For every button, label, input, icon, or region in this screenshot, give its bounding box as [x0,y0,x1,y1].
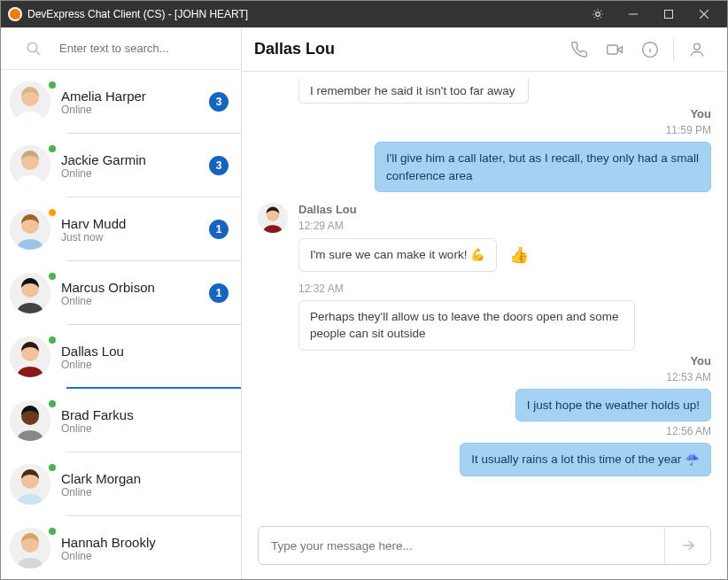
message-bubble: Perhaps they'll allow us to leave the do… [298,300,635,351]
chat-header: Dallas Lou [242,27,727,72]
contact-item[interactable]: Hannah BrooklyOnline [1,516,241,579]
message-bubble: It usually rains a lot this time of the … [460,443,711,476]
window-title: DevExpress Chat Client (CS) - [JOHN HEAR… [27,8,580,20]
chat-pane: Dallas Lou I remember he said it isn't t… [242,27,727,579]
status-dot [49,81,56,89]
call-button[interactable] [561,32,597,67]
message-bubble: I'll give him a call later, but as I rec… [375,142,711,192]
video-button[interactable] [597,32,632,67]
theme-icon[interactable] [580,1,616,27]
status-dot [49,209,56,216]
contact-status: Just now [61,231,209,244]
contact-item[interactable]: Clark MorganOnline [1,452,241,516]
contact-name: Harv Mudd [61,216,209,231]
send-button[interactable] [664,527,710,564]
message-composer [258,526,711,565]
avatar [10,209,50,250]
contact-name: Clark Morgan [61,471,228,486]
status-dot [49,528,56,535]
message-bubble: I'm sure we can make it work! 💪 [298,238,497,272]
message-time: 12:56 AM [258,425,711,437]
avatar [258,203,288,233]
unread-badge: 3 [209,92,228,112]
contact-status: Online [61,359,228,371]
contact-name: Dallas Lou [61,344,228,359]
contact-item[interactable]: Brad FarkusOnline [1,389,241,452]
message-time: 12:29 AM [298,220,357,232]
contact-item[interactable]: Dallas LouOnline [1,325,241,389]
svg-rect-2 [665,11,673,19]
message-time: 11:59 PM [258,124,711,136]
avatar [10,400,50,441]
contact-name: Marcus Orbison [61,280,209,295]
message-sender: Dallas Lou [298,203,357,216]
avatar [10,336,50,377]
search-icon [26,41,42,57]
svg-point-1 [596,12,600,17]
chat-title: Dallas Lou [254,40,561,58]
message-bubble: I remember he said it isn't too far away [298,79,529,104]
status-dot [49,273,56,280]
svg-point-3 [27,43,37,52]
contact-status: Online [61,486,228,499]
contact-status: Online [61,167,209,180]
message-sender: You [258,354,711,367]
status-dot [49,336,56,344]
message-bubble: I just hope the weather holds up! [515,389,711,422]
close-button[interactable] [686,1,722,27]
avatar [10,273,50,313]
contact-list: Amelia HarperOnline3Jackie GarminOnline3… [1,70,241,579]
search-input[interactable] [42,42,232,55]
contact-item[interactable]: Harv MuddJust now1 [1,197,241,261]
app-logo-icon [8,7,22,21]
contact-status: Online [61,295,209,307]
search-bar [1,27,241,70]
status-dot [49,464,56,471]
contact-status: Online [61,422,228,435]
avatar [10,464,50,505]
message-time: 12:53 AM [258,371,711,383]
profile-button[interactable] [679,32,715,67]
contact-name: Jackie Garmin [61,152,209,167]
status-dot [49,400,56,407]
unread-badge: 1 [209,283,228,303]
titlebar: DevExpress Chat Client (CS) - [JOHN HEAR… [1,1,727,27]
avatar [10,145,50,186]
unread-badge: 1 [209,220,228,239]
contact-name: Hannah Brookly [61,535,228,550]
sidebar: Amelia HarperOnline3Jackie GarminOnline3… [1,27,242,579]
contact-status: Online [61,550,228,562]
status-dot [49,145,56,152]
unread-badge: 3 [209,156,228,175]
maximize-button[interactable] [651,1,686,27]
contact-name: Amelia Harper [61,89,209,104]
contact-item[interactable]: Marcus OrbisonOnline1 [1,261,241,325]
message-input[interactable] [259,539,664,553]
reaction-button[interactable]: 👍 [509,245,529,265]
minimize-button[interactable] [616,1,651,27]
message-sender: You [258,107,711,120]
contact-name: Brad Farkus [61,407,228,422]
avatar [10,528,50,568]
contact-item[interactable]: Amelia HarperOnline3 [1,70,241,134]
info-button[interactable] [632,32,668,67]
contact-status: Online [61,104,209,116]
avatar [10,81,50,122]
svg-rect-20 [608,45,618,54]
message-time: 12:32 AM [298,282,711,295]
svg-point-22 [694,43,701,50]
separator [673,38,674,61]
contact-item[interactable]: Jackie GarminOnline3 [1,134,241,197]
chat-body: I remember he said it isn't too far away… [242,72,727,515]
